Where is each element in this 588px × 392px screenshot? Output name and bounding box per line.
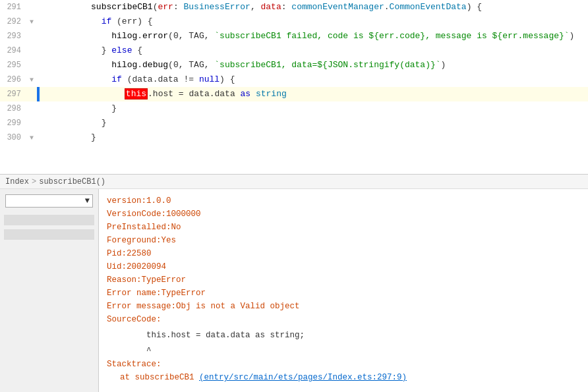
sidebar-dropdown[interactable]: ▼: [5, 194, 93, 208]
code-text: }: [80, 132, 96, 142]
line-number-300: 300: [0, 133, 26, 142]
stacktrace-link[interactable]: (entry/src/main/ets/pages/Index.ets:297:…: [199, 373, 407, 382]
code-content-300: }: [37, 116, 588, 159]
line-number-298: 298: [0, 104, 26, 113]
panel-sidebar: ▼: [0, 189, 99, 392]
source-code-label: SourceCode:: [107, 313, 580, 326]
line-number-295: 295: [0, 61, 26, 70]
line-number-293: 293: [0, 32, 26, 41]
error-name-line: Error name:TypeError: [107, 287, 580, 300]
reason-line: Reason:TypeError: [107, 273, 580, 287]
stacktrace-at-text: at subscribeCB1: [120, 373, 199, 382]
version-line: version:1.0.0: [107, 194, 580, 208]
chevron-down-icon: ▼: [85, 196, 90, 206]
stacktrace-entry: at subscribeCB1 (entry/src/main/ets/page…: [107, 371, 580, 384]
fold-gutter-300: ▼: [26, 134, 37, 142]
foreground-line: Foreground:Yes: [107, 234, 580, 247]
line-number-291: 291: [0, 3, 26, 12]
source-code-value: this.host = data.data as string;: [107, 326, 580, 345]
line-number-296: 296: [0, 75, 26, 84]
pre-installed-line: PreInstalled:No: [107, 221, 580, 234]
version-code-line: VersionCode:1000000: [107, 208, 580, 221]
code-editor: 291 subscribeCB1(err: BusinessError, dat…: [0, 0, 588, 175]
panel-content: version:1.0.0 VersionCode:1000000 PreIns…: [99, 189, 588, 392]
line-number-297: 297: [0, 90, 26, 99]
pid-line: Pid:22580: [107, 247, 580, 260]
code-lines: 291 subscribeCB1(err: BusinessError, dat…: [0, 0, 588, 145]
fold-gutter-296: ▼: [26, 76, 37, 84]
stacktrace-label: Stacktrace:: [107, 358, 580, 371]
breadcrumb-index[interactable]: Index: [5, 177, 29, 186]
breadcrumb-bar: Index > subscribeCB1(): [0, 175, 588, 189]
fold-gutter-292: ▼: [26, 18, 37, 26]
breadcrumb-method[interactable]: subscribeCB1(): [39, 177, 105, 186]
sidebar-list-item-1: [4, 215, 94, 225]
breadcrumb-separator: >: [32, 177, 36, 186]
caret-indicator: ^: [107, 345, 580, 358]
uid-line: Uid:20020094: [107, 260, 580, 273]
sidebar-list-item-2: [4, 229, 94, 240]
line-number-294: 294: [0, 46, 26, 55]
code-line-300: 300 ▼ }: [0, 130, 588, 145]
error-message-line: Error message:Obj is not a Valid object: [107, 300, 580, 313]
line-number-292: 292: [0, 17, 26, 26]
line-number-299: 299: [0, 119, 26, 128]
bottom-panel: ▼ version:1.0.0 VersionCode:1000000 PreI…: [0, 189, 588, 392]
